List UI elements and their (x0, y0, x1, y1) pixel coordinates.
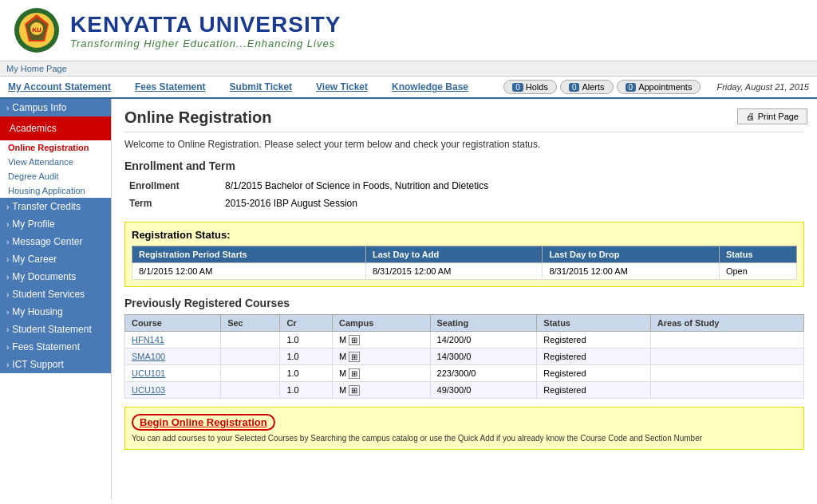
sidebar-subitem-view-attendance[interactable]: View Attendance (0, 155, 111, 169)
seating-cell: 223/300/0 (430, 365, 537, 382)
sec-col-header: Sec (221, 315, 280, 332)
campus-icon: ⊞ (349, 368, 360, 379)
seating-cell: 49/300/0 (430, 382, 537, 399)
sidebar-item-campus-info[interactable]: › Campus Info (0, 99, 111, 116)
nav-account-statement[interactable]: My Account Statement (8, 81, 111, 93)
sidebar-subitem-degree-audit[interactable]: Degree Audit (0, 169, 111, 183)
courses-section: Previously Registered Courses Course Sec… (124, 297, 804, 399)
action-buttons: 0 Holds 0 Alerts 0 Appointments (503, 80, 701, 94)
sidebar-campus-info-label: Campus Info (12, 102, 66, 113)
nav-view-ticket[interactable]: View Ticket (316, 81, 368, 93)
sidebar-item-message-center[interactable]: › Message Center (0, 233, 111, 250)
nav-fees-statement[interactable]: Fees Statement (135, 81, 206, 93)
sidebar-item-student-statement[interactable]: › Student Statement (0, 321, 111, 338)
print-page-button[interactable]: 🖨 Print Page (737, 108, 807, 124)
table-row: 8/1/2015 12:00 AM 8/31/2015 12:00 AM 8/3… (132, 263, 797, 280)
alerts-count: 0 (569, 83, 580, 92)
appointments-button[interactable]: 0 Appointments (617, 80, 701, 94)
course-link[interactable]: UCU101 (132, 368, 165, 378)
courses-table: Course Sec Cr Campus Seating Status Area… (124, 314, 804, 399)
seating-cell: 14/300/0 (430, 348, 537, 365)
holds-button[interactable]: 0 Holds (503, 80, 557, 94)
areas-cell (650, 348, 803, 365)
home-page-bar: My Home Page (0, 61, 817, 77)
sec-cell (221, 365, 280, 382)
chevron-right-icon-5: › (6, 255, 9, 264)
sidebar-item-ict-support[interactable]: › ICT Support (0, 356, 111, 373)
begin-registration-section: Begin Online Registration You can add co… (124, 407, 804, 450)
sidebar-item-student-services[interactable]: › Student Services (0, 285, 111, 303)
sidebar-subitem-housing-application[interactable]: Housing Application (0, 183, 111, 198)
sidebar-item-transfer-credits[interactable]: › Transfer Credits (0, 198, 111, 215)
campus-cell: M ⊞ (332, 382, 430, 399)
page-title: Online Registration (124, 108, 804, 132)
nav-links-bar: My Account Statement Fees Statement Subm… (0, 77, 817, 99)
sidebar-item-my-documents[interactable]: › My Documents (0, 268, 111, 285)
status-cell: Registered (537, 348, 650, 365)
registration-status-section: Registration Status: Registration Period… (124, 222, 804, 287)
enrollment-section: Enrollment and Term Enrollment 8/1/2015 … (124, 159, 804, 212)
logo-text: KENYATTA UNIVERSITY Transforming Higher … (70, 12, 341, 49)
sidebar-ict-support-label: ICT Support (12, 359, 63, 370)
sidebar: › Campus Info ➤ Academics Online Registr… (0, 99, 112, 499)
status-cell: Registered (537, 382, 650, 399)
registration-status-table: Registration Period Starts Last Day to A… (132, 246, 797, 280)
course-link[interactable]: UCU103 (132, 385, 165, 395)
chevron-right-icon-2: › (6, 203, 9, 211)
last-drop-value: 8/31/2015 12:00 AM (543, 263, 719, 280)
nav-knowledge-base[interactable]: Knowledge Base (392, 81, 468, 93)
alerts-button[interactable]: 0 Alerts (560, 80, 614, 94)
cr-cell: 1.0 (280, 382, 333, 399)
status-col-header-2: Status (537, 315, 650, 332)
seating-col-header: Seating (430, 315, 537, 332)
sidebar-message-center-label: Message Center (12, 236, 82, 247)
sidebar-subitem-online-registration[interactable]: Online Registration (0, 140, 111, 155)
sec-cell (221, 332, 280, 348)
campus-cell: M ⊞ (332, 332, 430, 348)
housing-application-link[interactable]: Housing Application (8, 186, 85, 195)
sidebar-item-my-housing[interactable]: › My Housing (0, 303, 111, 321)
sidebar-item-my-profile[interactable]: › My Profile (0, 215, 111, 233)
enrollment-label: Enrollment (124, 177, 220, 195)
status-value: Open (719, 263, 796, 280)
courses-section-title: Previously Registered Courses (124, 297, 804, 309)
nav-links: My Account Statement Fees Statement Subm… (8, 81, 468, 93)
sidebar-item-my-career[interactable]: › My Career (0, 250, 111, 268)
course-cell: UCU103 (125, 382, 221, 399)
chevron-right-icon-3: › (6, 220, 9, 229)
table-row: Course Sec Cr Campus Seating Status Area… (125, 315, 804, 332)
degree-audit-link[interactable]: Degree Audit (8, 171, 59, 181)
status-cell: Registered (537, 332, 650, 348)
university-name: KENYATTA UNIVERSITY (70, 12, 341, 37)
sidebar-item-academics[interactable]: Academics (2, 118, 109, 139)
nav-submit-ticket[interactable]: Submit Ticket (230, 81, 292, 93)
chevron-right-icon-7: › (6, 290, 9, 299)
chevron-right-icon: › (6, 104, 9, 112)
table-row: UCU103 1.0 M ⊞ 49/300/0 Registered (125, 382, 804, 399)
sidebar-my-housing-label: My Housing (12, 306, 62, 317)
table-row: UCU101 1.0 M ⊞ 223/300/0 Registered (125, 365, 804, 382)
sidebar-student-services-label: Student Services (12, 289, 85, 300)
table-row: Registration Period Starts Last Day to A… (132, 246, 797, 263)
alerts-label: Alerts (582, 82, 604, 92)
course-cell: UCU101 (125, 365, 221, 382)
sidebar-transfer-credits-label: Transfer Credits (12, 201, 81, 212)
enrollment-table: Enrollment 8/1/2015 Bachelor of Science … (124, 177, 804, 212)
areas-col-header: Areas of Study (650, 315, 803, 332)
chevron-right-icon-11: › (6, 360, 9, 369)
reg-period-col-header: Registration Period Starts (132, 246, 366, 263)
online-registration-link[interactable]: Online Registration (8, 143, 89, 152)
course-link[interactable]: SMA100 (132, 352, 165, 361)
course-link[interactable]: HFN141 (132, 335, 164, 345)
status-cell: Registered (537, 365, 650, 382)
begin-online-registration-link[interactable]: Begin Online Registration (132, 414, 275, 431)
my-home-page-link[interactable]: My Home Page (6, 64, 67, 73)
enrollment-section-title: Enrollment and Term (124, 159, 804, 172)
sidebar-item-fees-statement[interactable]: › Fees Statement (0, 338, 111, 356)
campus-col-header: Campus (332, 315, 430, 332)
sec-cell (221, 348, 280, 365)
enrollment-value: 8/1/2015 Bachelor of Science in Foods, N… (220, 177, 804, 195)
areas-cell (650, 332, 803, 348)
appointments-label: Appointments (638, 82, 692, 92)
view-attendance-link[interactable]: View Attendance (8, 157, 73, 167)
